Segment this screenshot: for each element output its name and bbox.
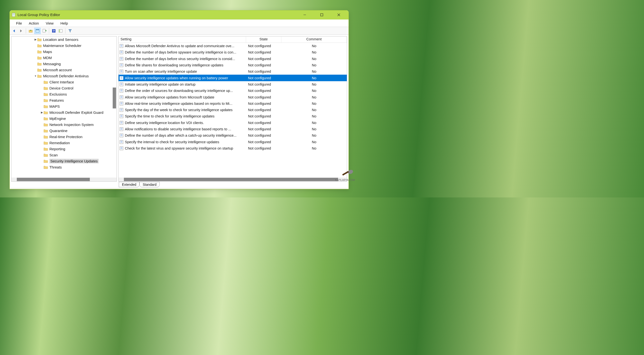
export-icon[interactable] xyxy=(41,28,48,34)
setting-state: Not configured xyxy=(246,114,281,118)
tree-node[interactable]: MpEngine xyxy=(12,115,116,122)
show-hide-icon[interactable] xyxy=(58,28,64,34)
statusbar: 17 setting(s) xyxy=(10,188,348,189)
menu-file[interactable]: File xyxy=(13,20,25,26)
setting-name: Define file shares for downloading secur… xyxy=(125,63,246,67)
setting-name: Specify the day of the week to check for… xyxy=(125,108,246,112)
tree-node[interactable]: Features xyxy=(12,97,116,103)
setting-name: Turn on scan after security intelligence… xyxy=(125,69,246,73)
back-icon[interactable] xyxy=(11,28,18,34)
setting-row[interactable]: Allow notifications to disable security … xyxy=(118,126,347,132)
tree-label: Scan xyxy=(50,153,58,157)
setting-comment: No xyxy=(281,108,347,112)
menu-action[interactable]: Action xyxy=(25,20,42,26)
tree-node[interactable]: Quarantine xyxy=(12,128,116,134)
up-folder-icon[interactable] xyxy=(28,28,34,34)
list-hscroll[interactable] xyxy=(118,177,347,181)
setting-comment: No xyxy=(281,63,347,67)
tree-node[interactable]: Real-time Protection xyxy=(12,134,116,140)
help-icon[interactable]: ? xyxy=(50,28,57,34)
tree-node[interactable]: Scan xyxy=(12,152,116,158)
tree-node[interactable]: Client Interface xyxy=(12,79,116,85)
properties-icon[interactable] xyxy=(34,28,41,34)
tree-node[interactable]: Exclusions xyxy=(12,91,116,97)
menu-help[interactable]: Help xyxy=(57,20,71,26)
window-frame: Local Group Policy Editor File Action Vi… xyxy=(10,10,349,189)
setting-row[interactable]: Turn on scan after security intelligence… xyxy=(118,68,347,75)
setting-state: Not configured xyxy=(246,121,281,125)
tree-label: Exclusions xyxy=(50,92,67,96)
setting-name: Allow security intelligence updates from… xyxy=(125,95,246,99)
chevron-down-icon[interactable]: ▾ xyxy=(34,74,37,77)
tree-node[interactable]: MAPS xyxy=(12,103,116,109)
setting-comment: No xyxy=(281,44,347,48)
svg-rect-60 xyxy=(120,114,123,118)
column-header-setting[interactable]: Setting xyxy=(118,36,246,42)
setting-row[interactable]: Allow security intelligence updates from… xyxy=(118,94,347,100)
tree-hscroll-thumb[interactable] xyxy=(17,178,90,181)
tab-extended[interactable]: Extended xyxy=(119,182,140,187)
tree-vscroll-thumb[interactable] xyxy=(113,87,116,108)
tree-node[interactable]: Maps xyxy=(12,49,116,55)
setting-row[interactable]: Define the number of days before spyware… xyxy=(118,49,347,55)
setting-row[interactable]: Define security intelligence location fo… xyxy=(118,120,347,126)
svg-rect-52 xyxy=(120,102,123,105)
setting-row[interactable]: Specify the time to check for security i… xyxy=(118,113,347,119)
tree-node[interactable]: Threats xyxy=(12,164,116,170)
window-title: Local Group Policy Editor xyxy=(18,13,60,17)
setting-name: Allow security intelligence updates when… xyxy=(125,76,246,80)
tree-node[interactable]: Security Intelligence Updates xyxy=(12,158,116,164)
setting-name: Define the number of days before virus s… xyxy=(125,57,246,61)
filter-icon[interactable] xyxy=(67,28,73,34)
setting-comment: No xyxy=(281,95,347,99)
chevron-right-icon[interactable]: ▶ xyxy=(40,111,44,114)
setting-row[interactable]: Define the number of days after which a … xyxy=(118,132,347,139)
tree-node[interactable]: MDM xyxy=(12,55,116,61)
chevron-right-icon[interactable]: ▶ xyxy=(34,38,37,41)
setting-row[interactable]: Initiate security intelligence update on… xyxy=(118,81,347,87)
setting-row[interactable]: Define the number of days before virus s… xyxy=(118,56,347,62)
setting-comment: No xyxy=(281,114,347,118)
tree-label: Microsoft account xyxy=(43,68,72,72)
column-header-comment[interactable]: Comment xyxy=(281,36,347,42)
tree-node[interactable]: ▶Microsoft Defender Exploit Guard xyxy=(12,109,116,115)
menu-view[interactable]: View xyxy=(42,20,57,26)
close-button[interactable] xyxy=(334,11,344,18)
setting-name: Check for the latest virus and spyware s… xyxy=(125,146,246,150)
tree-node[interactable]: Network Inspection System xyxy=(12,122,116,128)
tree-node[interactable]: Remediation xyxy=(12,140,116,146)
tree-node[interactable]: Microsoft account xyxy=(12,67,116,73)
setting-state: Not configured xyxy=(246,95,281,99)
tree-label: MDM xyxy=(43,56,52,60)
tree-node[interactable]: ▶Location and Sensors xyxy=(12,36,116,42)
tree-node[interactable]: Device Control xyxy=(12,85,116,91)
tab-standard[interactable]: Standard xyxy=(140,182,160,187)
setting-row[interactable]: Allow security intelligence updates when… xyxy=(118,75,347,81)
list-hscroll-thumb[interactable] xyxy=(124,178,338,181)
setting-row[interactable]: Check for the latest virus and spyware s… xyxy=(118,145,347,151)
minimize-button[interactable] xyxy=(300,11,310,18)
tree-node[interactable]: Messaging xyxy=(12,61,116,67)
svg-rect-80 xyxy=(120,147,123,150)
setting-row[interactable]: Specify the interval to check for securi… xyxy=(118,139,347,145)
tree-label: Remediation xyxy=(50,141,70,145)
setting-row[interactable]: Specify the day of the week to check for… xyxy=(118,107,347,113)
tree-node[interactable]: Maintenance Scheduler xyxy=(12,42,116,49)
setting-state: Not configured xyxy=(246,50,281,54)
setting-row[interactable]: Define file shares for downloading secur… xyxy=(118,62,347,68)
setting-row[interactable]: Define the order of sources for download… xyxy=(118,87,347,94)
tree-node[interactable]: Reporting xyxy=(12,146,116,152)
tree-pane[interactable]: ▶Location and SensorsMaintenance Schedul… xyxy=(11,36,117,182)
forward-icon[interactable] xyxy=(18,28,24,34)
tree-hscroll[interactable] xyxy=(12,177,116,181)
tree-node[interactable]: ▾Microsoft Defender Antivirus xyxy=(12,73,116,79)
toolbar: ? xyxy=(10,27,348,35)
titlebar[interactable]: Local Group Policy Editor xyxy=(10,10,348,19)
maximize-button[interactable] xyxy=(317,11,326,18)
svg-text:?: ? xyxy=(53,29,55,33)
setting-row[interactable]: Allow real-time security intelligence up… xyxy=(118,100,347,107)
setting-state: Not configured xyxy=(246,102,281,105)
column-header-state[interactable]: State xyxy=(246,36,281,42)
setting-name: Allow real-time security intelligence up… xyxy=(125,102,246,105)
setting-row[interactable]: Allows Microsoft Defender Antivirus to u… xyxy=(118,43,347,49)
